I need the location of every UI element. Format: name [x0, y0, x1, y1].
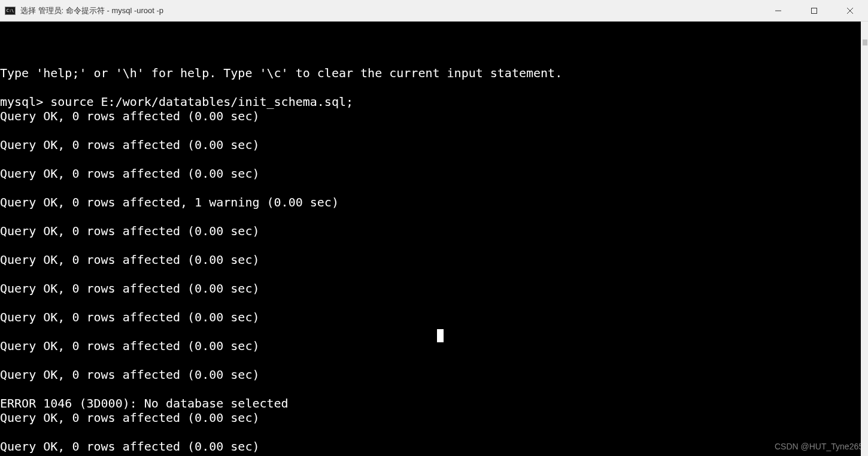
terminal-line	[0, 51, 868, 66]
terminal-line: ERROR 1046 (3D000): No database selected	[0, 396, 868, 411]
terminal-line: Query OK, 0 rows affected (0.00 sec)	[0, 439, 868, 454]
terminal-area[interactable]: Type 'help;' or '\h' for help. Type '\c'…	[0, 22, 868, 456]
terminal-line	[0, 80, 868, 95]
terminal-line	[0, 123, 868, 138]
terminal-line	[0, 267, 868, 281]
terminal-line: Query OK, 0 rows affected (0.00 sec)	[0, 166, 868, 181]
terminal-line: Query OK, 0 rows affected (0.00 sec)	[0, 411, 868, 425]
terminal-line: Query OK, 0 rows affected (0.00 sec)	[0, 281, 868, 296]
terminal-line	[0, 353, 868, 367]
terminal-line: Query OK, 0 rows affected (0.00 sec)	[0, 367, 868, 382]
minimize-button[interactable]	[760, 0, 796, 21]
terminal-line: Type 'help;' or '\h' for help. Type '\c'…	[0, 66, 868, 80]
vertical-scrollbar[interactable]	[861, 22, 868, 456]
close-button[interactable]	[832, 0, 868, 21]
terminal-line: Query OK, 0 rows affected (0.00 sec)	[0, 253, 868, 267]
window-title: 选择 管理员: 命令提示符 - mysql -uroot -p	[20, 5, 760, 16]
maximize-button[interactable]	[796, 0, 832, 21]
terminal-line	[0, 454, 868, 456]
terminal-line	[0, 324, 868, 339]
terminal-line: Query OK, 0 rows affected, 1 warning (0.…	[0, 195, 868, 209]
terminal-line	[0, 238, 868, 253]
terminal-line	[0, 209, 868, 224]
scrollbar-thumb[interactable]	[863, 39, 867, 45]
terminal-line	[0, 425, 868, 439]
watermark-text: CSDN @HUT_Tyne265	[775, 439, 863, 454]
terminal-output: Type 'help;' or '\h' for help. Type '\c'…	[0, 51, 868, 456]
terminal-line: Query OK, 0 rows affected (0.00 sec)	[0, 339, 868, 353]
terminal-line	[0, 152, 868, 166]
terminal-line	[0, 382, 868, 396]
terminal-line: Query OK, 0 rows affected (0.00 sec)	[0, 310, 868, 324]
window-titlebar: C:\ 选择 管理员: 命令提示符 - mysql -uroot -p	[0, 0, 868, 22]
terminal-line: Query OK, 0 rows affected (0.00 sec)	[0, 109, 868, 123]
terminal-cursor	[437, 329, 444, 342]
terminal-line: Query OK, 0 rows affected (0.00 sec)	[0, 224, 868, 238]
cmd-icon: C:\	[5, 7, 16, 15]
terminal-line: Query OK, 0 rows affected (0.00 sec)	[0, 138, 868, 152]
terminal-line	[0, 296, 868, 310]
terminal-line: mysql> source E:/work/datatables/init_sc…	[0, 95, 868, 109]
window-controls	[760, 0, 868, 21]
terminal-line	[0, 181, 868, 195]
svg-rect-1	[812, 8, 817, 13]
